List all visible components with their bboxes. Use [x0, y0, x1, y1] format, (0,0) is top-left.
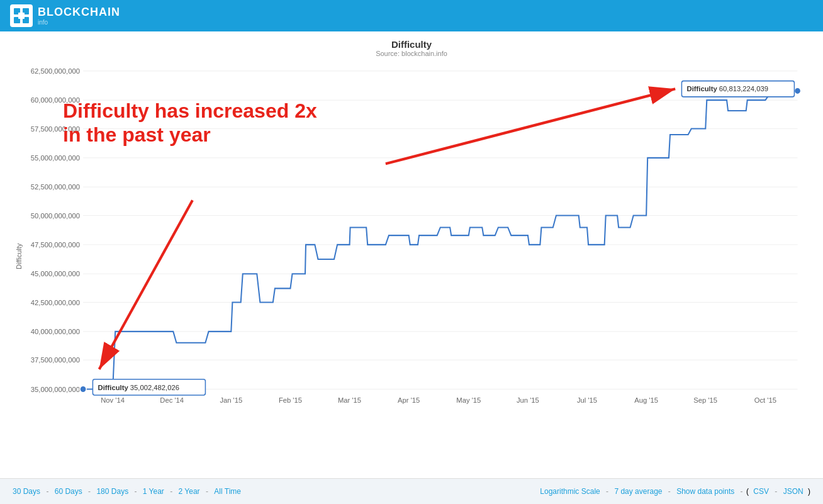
- blockchain-logo-icon: [10, 4, 33, 27]
- sep6: -: [606, 487, 608, 496]
- 7-day-average-link[interactable]: 7 day average: [614, 487, 662, 496]
- svg-text:55,000,000,000: 55,000,000,000: [31, 154, 80, 162]
- chart-wrapper: Difficulty Difficulty has increased 2xin…: [13, 61, 810, 432]
- footer: 30 Days - 60 Days - 180 Days - 1 Year - …: [0, 478, 823, 504]
- svg-text:52,500,000,000: 52,500,000,000: [31, 183, 80, 191]
- chart-title: Difficulty: [13, 39, 810, 50]
- sep9: -: [775, 487, 777, 496]
- 180-days-link[interactable]: 180 Days: [96, 487, 128, 496]
- sep7: -: [668, 487, 671, 496]
- logo-area: BLOCKCHAIN info: [10, 4, 120, 27]
- logo-subtext: info: [38, 19, 120, 26]
- svg-text:Feb '15: Feb '15: [279, 396, 302, 403]
- logo-name: BLOCKCHAIN: [38, 6, 120, 18]
- 30-days-link[interactable]: 30 Days: [13, 487, 40, 496]
- logo-text-area: BLOCKCHAIN info: [38, 6, 120, 26]
- chart-svg: .grid-line { stroke: #e0e0e0; stroke-wid…: [25, 61, 810, 432]
- svg-text:Difficulty
            35,002,: Difficulty 35,002,482,026: [98, 383, 179, 391]
- svg-text:Aug '15: Aug '15: [634, 396, 658, 403]
- chart-title-area: Difficulty Source: blockchain.info: [13, 39, 810, 57]
- svg-text:40,000,000,000: 40,000,000,000: [31, 328, 80, 335]
- 1-year-link[interactable]: 1 Year: [143, 487, 164, 496]
- svg-text:42,500,000,000: 42,500,000,000: [31, 299, 80, 306]
- svg-line-49: [99, 200, 193, 369]
- svg-point-44: [794, 87, 800, 94]
- json-link[interactable]: JSON: [783, 487, 803, 496]
- sep5: -: [206, 487, 208, 496]
- 2-year-link[interactable]: 2 Year: [179, 487, 200, 496]
- chart-inner: Difficulty has increased 2xin the past y…: [25, 61, 810, 432]
- svg-text:Apr '15: Apr '15: [398, 396, 420, 403]
- svg-text:37,500,000,000: 37,500,000,000: [31, 356, 80, 364]
- all-time-link[interactable]: All Time: [214, 487, 241, 496]
- paren-close: ): [808, 487, 810, 496]
- svg-text:Jul '15: Jul '15: [577, 396, 597, 403]
- svg-text:Nov '14: Nov '14: [101, 396, 125, 403]
- svg-text:May '15: May '15: [456, 396, 481, 403]
- sep1: -: [46, 487, 48, 496]
- svg-text:57,500,000,000: 57,500,000,000: [31, 125, 80, 133]
- header: BLOCKCHAIN info: [0, 0, 823, 31]
- sep2: -: [88, 487, 91, 496]
- svg-text:Mar '15: Mar '15: [338, 396, 361, 403]
- chart-container: Difficulty Source: blockchain.info Diffi…: [0, 31, 823, 478]
- svg-text:Oct '15: Oct '15: [754, 396, 776, 403]
- svg-text:Jan '15: Jan '15: [220, 396, 242, 403]
- svg-text:47,500,000,000: 47,500,000,000: [31, 241, 80, 249]
- svg-text:Sep '15: Sep '15: [693, 396, 717, 403]
- paren-open: (: [746, 487, 749, 496]
- logarithmic-scale-link[interactable]: Logarithmic Scale: [540, 487, 600, 496]
- sep8: -: [741, 487, 743, 496]
- svg-text:Jun '15: Jun '15: [517, 396, 539, 403]
- svg-text:Dec '14: Dec '14: [160, 396, 184, 403]
- svg-rect-4: [18, 13, 25, 19]
- footer-right: Logarithmic Scale - 7 day average - Show…: [537, 487, 810, 496]
- y-axis-label: Difficulty: [13, 61, 25, 432]
- svg-text:45,000,000,000: 45,000,000,000: [31, 270, 80, 277]
- csv-link[interactable]: CSV: [753, 487, 769, 496]
- svg-text:62,500,000,000: 62,500,000,000: [31, 67, 80, 75]
- chart-source: Source: blockchain.info: [13, 50, 810, 57]
- svg-text:Difficulty
            60,813,: Difficulty 60,813,224,039: [687, 85, 768, 92]
- sep4: -: [170, 487, 172, 496]
- sep3: -: [134, 487, 137, 496]
- show-data-points-link[interactable]: Show data points: [676, 487, 734, 496]
- svg-text:35,000,000,000: 35,000,000,000: [31, 386, 80, 393]
- svg-text:60,000,000,000: 60,000,000,000: [31, 96, 80, 104]
- svg-point-41: [80, 386, 86, 393]
- footer-left: 30 Days - 60 Days - 180 Days - 1 Year - …: [13, 487, 244, 496]
- svg-text:50,000,000,000: 50,000,000,000: [31, 212, 80, 220]
- 60-days-link[interactable]: 60 Days: [55, 487, 82, 496]
